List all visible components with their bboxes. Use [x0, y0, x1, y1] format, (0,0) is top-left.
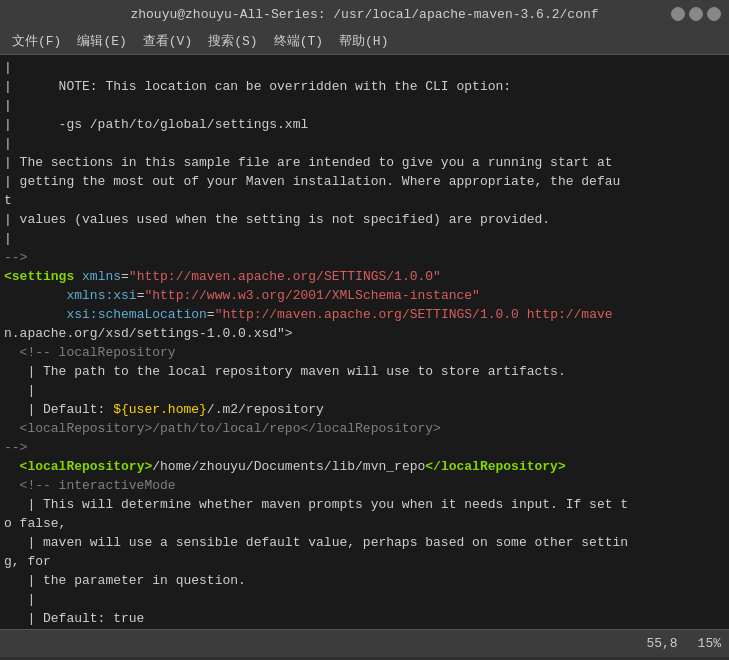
cursor-position: 55,8	[646, 636, 677, 651]
terminal-line: |	[0, 591, 729, 610]
menu-bar: 文件(F)编辑(E)查看(V)搜索(S)终端(T)帮助(H)	[0, 28, 729, 55]
terminal-line: <!-- interactiveMode	[0, 477, 729, 496]
menu-item[interactable]: 查看(V)	[137, 31, 198, 51]
terminal-line: | NOTE: This location can be overridden …	[0, 78, 729, 97]
menu-item[interactable]: 编辑(E)	[71, 31, 132, 51]
terminal-line: |	[0, 382, 729, 401]
menu-item[interactable]: 帮助(H)	[333, 31, 394, 51]
minimize-button[interactable]	[671, 7, 685, 21]
terminal-line: g, for	[0, 553, 729, 572]
terminal-line: | This will determine whether maven prom…	[0, 496, 729, 515]
close-button[interactable]	[707, 7, 721, 21]
terminal-line: -->	[0, 249, 729, 268]
terminal-line: t	[0, 192, 729, 211]
terminal-line: |	[0, 230, 729, 249]
terminal-line: | Default: ${user.home}/.m2/repository	[0, 401, 729, 420]
terminal-line: -->	[0, 439, 729, 458]
scroll-percent: 15%	[698, 636, 721, 651]
status-bar: 55,8 15%	[0, 629, 729, 657]
terminal-line: |	[0, 97, 729, 116]
menu-item[interactable]: 文件(F)	[6, 31, 67, 51]
terminal-content[interactable]: || NOTE: This location can be overridden…	[0, 55, 729, 629]
terminal-line: xmlns:xsi="http://www.w3.org/2001/XMLSch…	[0, 287, 729, 306]
terminal-line: <!-- localRepository	[0, 344, 729, 363]
terminal-line: | the parameter in question.	[0, 572, 729, 591]
title-bar: zhouyu@zhouyu-All-Series: /usr/local/apa…	[0, 0, 729, 28]
menu-item[interactable]: 终端(T)	[268, 31, 329, 51]
terminal-line: n.apache.org/xsd/settings-1.0.0.xsd">	[0, 325, 729, 344]
terminal-line: <localRepository>/home/zhouyu/Documents/…	[0, 458, 729, 477]
terminal-line: xsi:schemaLocation="http://maven.apache.…	[0, 306, 729, 325]
menu-item[interactable]: 搜索(S)	[202, 31, 263, 51]
terminal-line: | values (values used when the setting i…	[0, 211, 729, 230]
terminal-line: |	[0, 59, 729, 78]
terminal-line: | maven will use a sensible default valu…	[0, 534, 729, 553]
terminal-line: | The path to the local repository maven…	[0, 363, 729, 382]
maximize-button[interactable]	[689, 7, 703, 21]
terminal-line: | Default: true	[0, 610, 729, 629]
terminal-line: <localRepository>/path/to/local/repo</lo…	[0, 420, 729, 439]
terminal-line: | -gs /path/to/global/settings.xml	[0, 116, 729, 135]
terminal-line: <settings xmlns="http://maven.apache.org…	[0, 268, 729, 287]
terminal-line: | The sections in this sample file are i…	[0, 154, 729, 173]
terminal-line: o false,	[0, 515, 729, 534]
terminal-line: |	[0, 135, 729, 154]
terminal-line: | getting the most out of your Maven ins…	[0, 173, 729, 192]
title-text: zhouyu@zhouyu-All-Series: /usr/local/apa…	[130, 7, 598, 22]
